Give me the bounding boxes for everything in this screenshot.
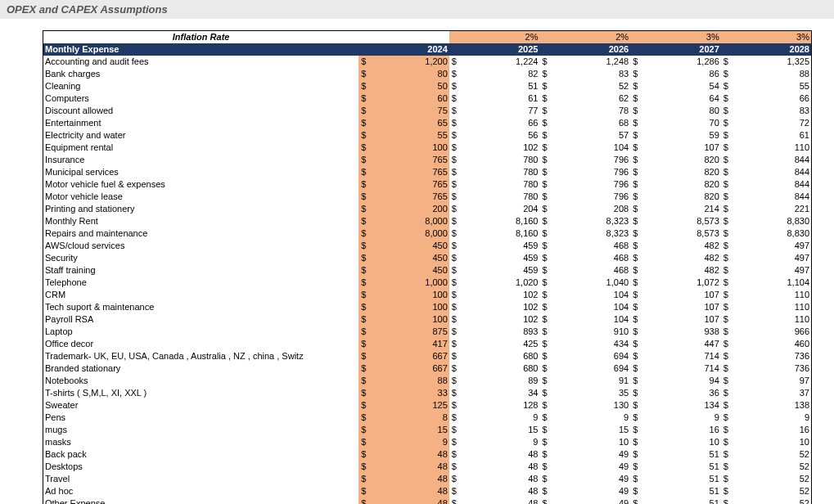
currency-symbol: $ [721,436,736,448]
currency-symbol: $ [721,154,736,166]
expense-value[interactable]: 75 [373,105,449,117]
currency-symbol: $ [721,277,736,289]
expense-value: 48 [464,485,540,497]
expense-value[interactable]: 8 [373,412,449,424]
infl-rate-2028-cur[interactable] [721,31,736,44]
expense-value[interactable]: 667 [373,350,449,362]
expense-value: 107 [645,142,721,154]
expense-value[interactable]: 125 [373,399,449,412]
expense-value[interactable]: 33 [373,387,449,399]
infl-rate-2025-cur[interactable] [449,31,464,44]
expense-value: 134 [645,399,721,412]
expense-label: Travel [43,473,359,485]
expense-value[interactable]: 875 [373,326,449,338]
table-row: Ad hoc$48$48$49$51$52 [43,485,812,497]
expense-value[interactable]: 450 [373,264,449,277]
expense-label: T-shirts ( S,M,L, XI, XXL ) [43,387,359,399]
expense-value[interactable]: 15 [373,424,449,436]
expense-label: Accounting and audit fees [43,56,359,68]
expense-value[interactable]: 48 [373,485,449,497]
expense-value[interactable]: 765 [373,178,449,191]
expense-value: 83 [554,68,630,80]
expense-value[interactable]: 48 [373,448,449,461]
currency-symbol: $ [721,362,736,375]
expense-label: Electricity and water [43,129,359,142]
expense-value: 52 [736,461,812,473]
expense-value: 62 [554,92,630,105]
expense-value: 459 [464,252,540,264]
expense-value[interactable]: 48 [373,497,449,504]
expense-value[interactable]: 48 [373,473,449,485]
expense-value[interactable]: 9 [373,436,449,448]
infl-rate-2027[interactable]: 3% [645,31,721,44]
inflation-label: Inflation Rate [43,31,359,44]
expense-value: 497 [736,240,812,252]
currency-symbol: $ [539,105,554,117]
table-row: Motor vehicle fuel & expenses$765$780$79… [43,178,812,191]
expense-label: Trademark- UK, EU, USA, Canada , Austral… [43,350,359,362]
expense-value[interactable]: 60 [373,92,449,105]
expense-value: 66 [464,117,540,129]
expense-label: Monthly Rent [43,215,359,227]
expense-value[interactable]: 65 [373,117,449,129]
expense-label: Other Expense [43,497,359,504]
expense-value: 8,573 [645,227,721,240]
currency-symbol: $ [358,240,373,252]
expense-value[interactable]: 48 [373,461,449,473]
currency-symbol: $ [539,142,554,154]
expense-value[interactable]: 88 [373,375,449,387]
currency-symbol: $ [721,178,736,191]
expense-value[interactable]: 417 [373,338,449,350]
expense-value[interactable]: 100 [373,313,449,326]
expense-value[interactable]: 55 [373,129,449,142]
header-year-2028: 2028 [736,43,812,56]
expense-value: 966 [736,326,812,338]
expense-value: 51 [645,461,721,473]
currency-symbol: $ [358,375,373,387]
infl-rate-2027-cur[interactable] [630,31,645,44]
expense-value: 820 [645,166,721,178]
expense-value[interactable]: 765 [373,166,449,178]
expense-value[interactable]: 1,200 [373,56,449,68]
currency-symbol: $ [630,277,645,289]
currency-symbol: $ [358,105,373,117]
expense-value: 128 [464,399,540,412]
expense-value[interactable]: 667 [373,362,449,375]
expense-value[interactable]: 1,000 [373,277,449,289]
currency-symbol: $ [358,68,373,80]
currency-symbol: $ [358,362,373,375]
expense-value[interactable]: 100 [373,301,449,313]
table-row: Notebooks$88$89$91$94$97 [43,375,812,387]
infl-rate-2026[interactable]: 2% [554,31,630,44]
infl-rate-2026-cur[interactable] [539,31,554,44]
expense-value[interactable]: 100 [373,142,449,154]
expense-value: 844 [736,154,812,166]
expense-value[interactable]: 50 [373,80,449,92]
infl-rate-2028[interactable]: 3% [736,31,812,44]
expense-label: Motor vehicle fuel & expenses [43,178,359,191]
currency-symbol: $ [630,178,645,191]
expense-value: 736 [736,350,812,362]
expense-value[interactable]: 8,000 [373,215,449,227]
currency-symbol: $ [358,461,373,473]
currency-symbol: $ [630,129,645,142]
expense-value[interactable]: 80 [373,68,449,80]
expense-value[interactable]: 450 [373,240,449,252]
currency-symbol: $ [721,485,736,497]
currency-symbol: $ [721,117,736,129]
expense-value[interactable]: 765 [373,154,449,166]
expense-value: 55 [736,80,812,92]
expense-label: Branded stationary [43,362,359,375]
currency-symbol: $ [539,154,554,166]
infl-rate-2025[interactable]: 2% [464,31,540,44]
expense-label: Insurance [43,154,359,166]
expense-value[interactable]: 100 [373,289,449,301]
currency-symbol: $ [358,448,373,461]
expense-value[interactable]: 8,000 [373,227,449,240]
currency-symbol: $ [449,154,464,166]
expense-value[interactable]: 765 [373,191,449,203]
expense-value[interactable]: 200 [373,203,449,215]
expense-label: Notebooks [43,375,359,387]
expense-value: 35 [554,387,630,399]
expense-value[interactable]: 450 [373,252,449,264]
